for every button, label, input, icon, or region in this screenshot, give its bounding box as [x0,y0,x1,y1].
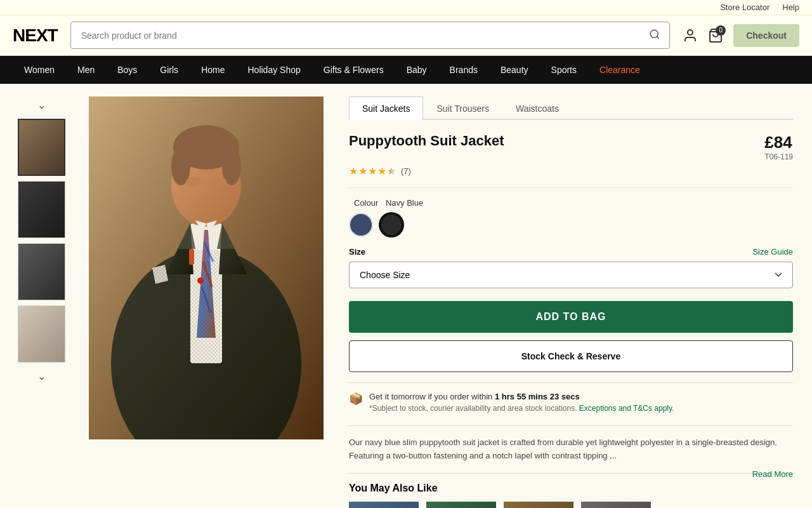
review-count[interactable]: (7) [401,166,411,176]
search-icon [649,29,660,40]
nav-item-sports[interactable]: Sports [540,56,588,84]
utility-bar: Store Locator Help [0,0,812,15]
user-icon [683,28,698,43]
header: NEXT 0 Checkout [0,15,812,56]
delivery-row: 📦 Get it tomorrow if you order within 1 … [349,392,793,413]
product-tabs: Suit Jackets Suit Trousers Waistcoats [349,97,793,120]
size-header: Size Size Guide [349,247,793,257]
star-2: ★ [358,165,367,177]
product-description: Our navy blue slim puppytooth suit jacke… [349,436,793,463]
search-bar-container [70,22,671,49]
delivery-message: Get it tomorrow if you order within 1 hr… [369,392,674,401]
delivery-countdown: 1 hrs 55 mins 23 secs [495,392,580,401]
size-select[interactable]: Choose Size 36S 36R 38R 40R 42R 44R [349,262,793,288]
tab-suit-jackets[interactable]: Suit Jackets [349,97,423,120]
size-guide-link[interactable]: Size Guide [752,247,793,257]
rating-row: ★ ★ ★ ★ ★★ (7) [349,165,793,188]
thumbnail-column: ⌄ ⌄ [13,97,70,508]
search-input[interactable] [71,23,641,48]
price-section: £84 T06-119 [764,133,793,161]
main-product-image [89,97,324,439]
colour-label: Colour Navy Blue [349,198,793,208]
svg-point-1 [688,30,693,35]
delivery-sub-text: *Subject to stock, courier availability … [369,404,674,413]
star-rating[interactable]: ★ ★ ★ ★ ★★ [349,165,396,177]
logo[interactable]: NEXT [13,25,58,46]
help-link[interactable]: Help [782,3,799,12]
you-may-also-like-section: You May Also Like [349,473,793,508]
recommendation-2[interactable] [426,502,496,508]
thumb-prev-button[interactable]: ⌄ [35,97,48,114]
colour-section: Colour Navy Blue [349,198,793,237]
star-half: ★★ [387,165,396,177]
nav-item-men[interactable]: Men [66,56,106,84]
tc-link[interactable]: Exceptions and T&Cs apply. [579,404,674,413]
nav-item-brands[interactable]: Brands [438,56,489,84]
thumbnail-2[interactable] [18,181,65,238]
star-1: ★ [349,165,358,177]
star-4: ★ [377,165,386,177]
recommendation-1[interactable] [349,502,419,508]
recommendation-3[interactable] [504,502,573,508]
star-3: ★ [368,165,377,177]
nav-item-gifts[interactable]: Gifts & Flowers [312,56,395,84]
colour-swatch-navy[interactable] [349,213,373,237]
nav-item-women[interactable]: Women [13,56,66,84]
recommendations-list [349,502,793,508]
nav-item-holiday[interactable]: Holiday Shop [236,56,311,84]
rec-image-3 [504,502,573,508]
read-more-link[interactable]: Read More [752,469,793,479]
product-details-panel: Suit Jackets Suit Trousers Waistcoats Pu… [343,97,799,508]
rec-image-2 [426,502,496,508]
cart-button[interactable]: 0 [708,28,723,43]
nav-item-baby[interactable]: Baby [395,56,438,84]
account-button[interactable] [683,28,698,43]
thumb-next-button[interactable]: ⌄ [35,368,48,385]
nav-item-clearance[interactable]: Clearance [588,56,652,84]
product-code: T06-119 [764,152,793,161]
selected-colour: Navy Blue [386,198,423,208]
add-to-bag-button[interactable]: ADD TO BAG [349,301,793,333]
product-title: Puppytooth Suit Jacket [349,133,504,149]
product-price: £84 [764,133,793,152]
cart-badge: 0 [716,25,726,36]
thumbnail-1[interactable] [18,119,65,176]
product-title-row: Puppytooth Suit Jacket £84 T06-119 [349,133,793,161]
svg-point-21 [186,177,201,187]
rec-image-1 [349,502,419,508]
nav-item-girls[interactable]: Girls [148,56,190,84]
product-image-svg [89,97,324,439]
store-locator-link[interactable]: Store Locator [720,3,769,12]
thumbnail-4[interactable] [18,305,65,363]
delivery-info: 📦 Get it tomorrow if you order within 1 … [349,382,793,426]
main-content: ⌄ ⌄ [0,84,812,508]
nav-item-boys[interactable]: Boys [106,56,148,84]
stock-reserve-button[interactable]: Stock Check & Reserve [349,340,793,372]
tab-suit-trousers[interactable]: Suit Trousers [423,97,502,120]
colour-swatch-dark[interactable] [379,213,403,237]
size-label: Size [349,247,365,257]
delivery-icon: 📦 [349,392,363,406]
header-icons: 0 Checkout [683,24,799,47]
thumbnail-3[interactable] [18,243,65,300]
svg-point-0 [650,30,658,37]
recommendation-4[interactable] [581,502,651,508]
delivery-prefix: Get it tomorrow if you order within [369,392,495,401]
nav-item-home[interactable]: Home [190,56,236,84]
rec-image-4 [581,502,651,508]
main-nav: Women Men Boys Girls Home Holiday Shop G… [0,56,812,84]
tab-waistcoats[interactable]: Waistcoats [502,97,572,120]
search-button[interactable] [640,22,669,48]
section-title: You May Also Like [349,483,793,494]
svg-point-22 [211,177,226,187]
delivery-text-block: Get it tomorrow if you order within 1 hr… [369,392,674,413]
colour-swatches [349,213,793,237]
checkout-button[interactable]: Checkout [733,24,799,47]
size-section: Size Size Guide Choose Size 36S 36R 38R … [349,247,793,288]
nav-item-beauty[interactable]: Beauty [489,56,540,84]
